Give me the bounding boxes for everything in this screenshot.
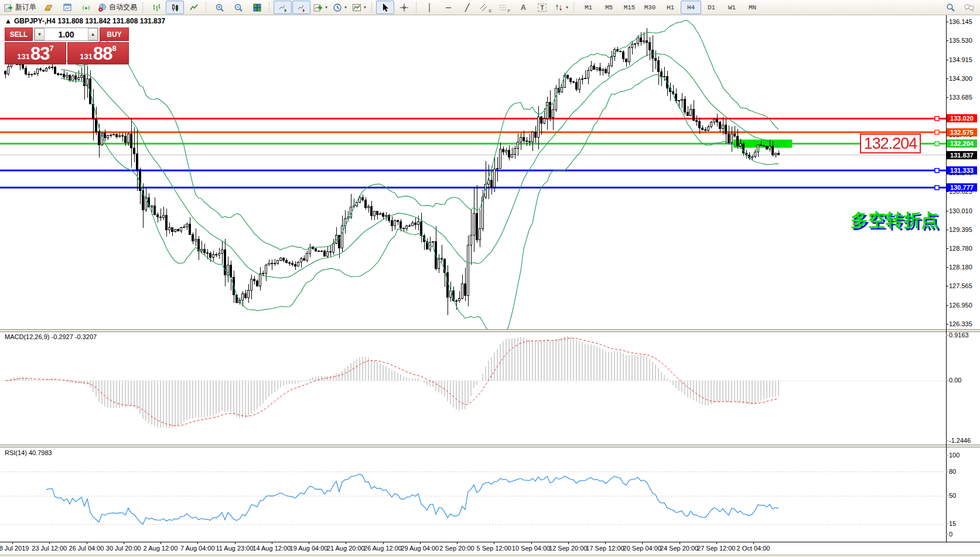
price-level-label: 132.204	[947, 139, 977, 148]
time-axis-label: 23 Jul 12:00	[32, 545, 67, 552]
time-axis-label: 2 Oct 04:00	[737, 545, 770, 552]
time-axis-tick	[309, 542, 309, 544]
toolbar-separator	[206, 2, 207, 13]
price-axis-tick: 134.915	[949, 56, 978, 63]
rsi-pane[interactable]	[0, 447, 946, 542]
bar-chart-icon	[152, 3, 161, 12]
zoom-in-button[interactable]	[210, 1, 228, 14]
sell-price-button[interactable]: 131 83 7	[5, 42, 66, 64]
indicators-dropdown-button[interactable]: ▾	[311, 1, 330, 14]
arrows-dropdown-button[interactable]: ▾	[552, 1, 571, 14]
collapse-panel-marker[interactable]: ▲	[5, 17, 12, 25]
timeframe-h1[interactable]: H1	[660, 1, 681, 14]
timeframe-d1[interactable]: D1	[701, 1, 722, 14]
time-axis-label: 10 Sep 04:00	[512, 545, 550, 552]
price-callout-box[interactable]: 132.204	[860, 134, 921, 153]
symbol-period-label: GBPJPY-,H4	[14, 17, 56, 25]
sell-price-prefix: 131	[17, 51, 30, 63]
price-chart-pane[interactable]	[0, 15, 946, 329]
macd-scale-label: 0.00	[949, 377, 978, 384]
timeframe-m1[interactable]: M1	[578, 1, 599, 14]
dropdown-caret-icon: ▾	[344, 5, 347, 10]
turning-point-annotation[interactable]: 多空转折点	[851, 209, 938, 233]
crosshair-icon	[399, 3, 409, 12]
time-axis-label: 12 Sep 20:00	[549, 545, 587, 552]
time-axis-tick	[753, 542, 754, 544]
equidistant-channel-tool-button[interactable]: E	[477, 1, 495, 14]
charts-book-button[interactable]	[39, 1, 57, 14]
timeframe-mn[interactable]: MN	[742, 1, 763, 14]
price-axis-tick: 134.300	[949, 75, 978, 82]
time-axis-tick	[679, 542, 680, 544]
crosshair-tool-button[interactable]	[395, 1, 413, 14]
candlestick-chart-button[interactable]	[166, 1, 184, 14]
timeframe-w1[interactable]: W1	[722, 1, 742, 14]
zoom-in-icon	[215, 3, 224, 12]
buy-price-button[interactable]: 131 88 8	[67, 42, 129, 64]
macd-indicator-label: MACD(12,26,9) -0.2927 -0.3207	[5, 333, 97, 340]
search-button[interactable]	[941, 1, 959, 14]
toolbar-separator	[371, 2, 373, 13]
ohlc-values: 131.808 131.842 131.808 131.837	[58, 17, 166, 25]
time-axis-label: 27 Sep 12:00	[697, 545, 735, 552]
price-axis-tick: 130.010	[949, 207, 978, 214]
timeframe-m30[interactable]: M30	[640, 1, 660, 14]
line-chart-button[interactable]	[185, 1, 203, 14]
price-axis-tick: 128.780	[949, 245, 978, 252]
chart-shift-icon	[297, 3, 306, 12]
text-label-tool-button[interactable]: T	[533, 1, 551, 14]
horizontal-line-tool-button[interactable]: ─	[439, 1, 457, 14]
text-label-icon: T	[538, 4, 547, 12]
periods-dropdown-button[interactable]: ▾	[330, 1, 349, 14]
volume-up-button[interactable]: ▴	[88, 28, 98, 40]
vertical-line-tool-button[interactable]: │	[421, 1, 439, 14]
time-axis-label: 20 Sep 04:00	[623, 545, 661, 552]
timeframe-m15[interactable]: M15	[619, 1, 640, 14]
buy-button[interactable]: BUY	[100, 28, 129, 41]
time-axis-tick	[642, 542, 643, 544]
templates-dropdown-button[interactable]: ▾	[350, 1, 368, 14]
profiles-window-button[interactable]	[58, 1, 76, 14]
timeframe-h4[interactable]: H4	[681, 1, 701, 14]
macd-pane[interactable]	[0, 332, 946, 445]
auto-scroll-button[interactable]	[274, 1, 292, 14]
clock-icon	[333, 3, 342, 12]
text-tool-button[interactable]: A	[514, 1, 532, 14]
cursor-icon	[381, 3, 390, 12]
trendline-tool-button[interactable]: ╱	[458, 1, 476, 14]
zoom-out-icon	[234, 3, 243, 12]
time-axis-label: 21 Aug 20:00	[327, 545, 365, 552]
price-level-label: 130.777	[947, 183, 977, 192]
bar-chart-button[interactable]	[147, 1, 165, 14]
new-order-button[interactable]: 新订单	[2, 1, 39, 14]
auto-trading-button[interactable]: 自动交易	[95, 1, 139, 14]
toolbar-separator	[269, 2, 271, 13]
rsi-scale-label: 50	[949, 492, 978, 499]
time-axis-label: 24 Sep 20:00	[660, 545, 698, 552]
fibonacci-tool-button[interactable]: F	[496, 1, 514, 14]
fibonacci-icon	[499, 4, 507, 12]
signal-button[interactable]	[77, 1, 95, 14]
price-level-label: 133.020	[947, 114, 977, 122]
buy-price-big: 88	[93, 45, 112, 63]
time-axis-label: 17 Sep 12:00	[586, 545, 624, 552]
tile-windows-button[interactable]	[248, 1, 266, 14]
price-axis-tick: 133.685	[949, 94, 978, 101]
volume-down-button[interactable]: ▾	[35, 28, 45, 40]
buy-price-pip: 8	[112, 45, 116, 52]
time-axis-tick	[383, 542, 384, 544]
timeframe-m5[interactable]: M5	[599, 1, 619, 14]
zoom-out-button[interactable]	[229, 1, 247, 14]
candlestick-chart-icon	[170, 3, 180, 12]
cursor-tool-button[interactable]	[376, 1, 394, 14]
volume-value[interactable]: 1.00	[45, 28, 88, 40]
time-axis-tick	[87, 542, 87, 544]
mt4-terminal-window: 新订单 自动交易	[0, 0, 980, 557]
sell-price-big: 83	[30, 45, 49, 63]
sell-button[interactable]: SELL	[5, 28, 33, 41]
price-axis-tick: 127.565	[949, 282, 978, 289]
chat-button[interactable]	[960, 1, 978, 14]
chart-shift-button[interactable]	[292, 1, 310, 14]
macd-scale-label: -1.2446	[949, 437, 978, 444]
tile-windows-icon	[252, 3, 262, 12]
